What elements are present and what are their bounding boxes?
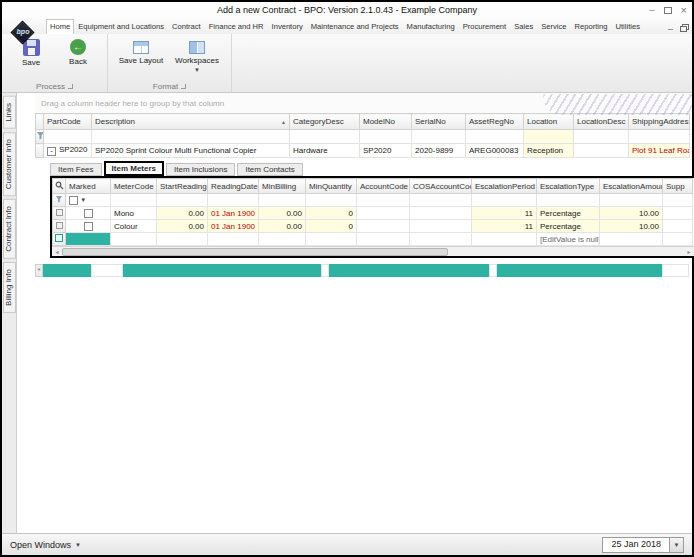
ribbon-tab-service[interactable]: Service	[537, 19, 570, 34]
cell-cosaccountcode-new[interactable]	[410, 233, 472, 246]
scrollbar-thumb[interactable]	[62, 248, 448, 256]
grid-data-row[interactable]: -SP2020 SP2020 Sprint Colour Multi Funct…	[36, 144, 690, 158]
cell-minquantity[interactable]: 0	[306, 207, 357, 220]
detail-row-mono[interactable]: Mono 0.00 01 Jan 1900 0.00 0 11 Percenta…	[53, 207, 693, 220]
cell-metercode-new[interactable]	[111, 233, 157, 246]
scroll-left-icon[interactable]: ◄	[52, 249, 62, 255]
column-header-location[interactable]: Location	[524, 114, 574, 130]
open-windows-button[interactable]: Open Windows ▼	[10, 540, 81, 550]
cell-serialno[interactable]: 2020-9899	[412, 144, 466, 158]
cell-categorydesc[interactable]: Hardware	[290, 144, 360, 158]
column-header-minbilling[interactable]: MinBilling	[259, 179, 306, 194]
cell-minbilling-new[interactable]	[259, 233, 306, 246]
detail-filter-supplier[interactable]	[663, 194, 693, 207]
ribbon-tab-reporting[interactable]: Reporting	[571, 19, 612, 34]
append-cell[interactable]	[497, 264, 662, 277]
filter-cell-location[interactable]	[524, 130, 574, 144]
column-header-startreading[interactable]: StartReading	[157, 179, 208, 194]
tab-item-meters[interactable]: Item Meters	[104, 161, 164, 176]
cell-cosaccountcode[interactable]	[410, 220, 472, 233]
cell-escalationamount-new[interactable]	[600, 233, 663, 246]
collapse-row-icon[interactable]: -	[47, 147, 56, 156]
cell-minquantity-new[interactable]	[306, 233, 357, 246]
detail-filter-escalationperiod[interactable]	[472, 194, 537, 207]
cell-supplier-new[interactable]	[663, 233, 693, 246]
cell-cosaccountcode[interactable]	[410, 207, 472, 220]
sidebar-item-customer-info[interactable]: Customer Info	[3, 132, 16, 196]
scrollbar-track[interactable]	[62, 248, 684, 256]
detail-filter-marked[interactable]: ▼	[66, 194, 111, 207]
append-cell[interactable]	[321, 264, 329, 277]
cell-startreading[interactable]: 0.00	[157, 207, 208, 220]
ribbon-tab-procurement[interactable]: Procurement	[459, 19, 510, 34]
filter-cell-shippingaddress[interactable]	[629, 130, 690, 144]
column-header-serialno[interactable]: SerialNo	[412, 114, 466, 130]
ribbon-tab-home[interactable]: Home	[46, 19, 74, 34]
column-header-modelno[interactable]: ModelNo	[360, 114, 412, 130]
cell-accountcode[interactable]	[357, 207, 410, 220]
cell-marked[interactable]	[66, 220, 111, 233]
calendar-dropdown-icon[interactable]: ▼	[669, 538, 683, 552]
tab-item-contacts[interactable]: Item Contacts	[237, 163, 302, 176]
ribbon-tab-sales[interactable]: Sales	[510, 19, 537, 34]
sidebar-item-links[interactable]: Links	[3, 96, 16, 129]
filter-cell-assetregno[interactable]	[466, 130, 524, 144]
mdi-restore-icon[interactable]	[680, 26, 687, 32]
column-header-cosaccountcode[interactable]: COSAccountCode	[410, 179, 472, 194]
cell-minbilling[interactable]: 0.00	[259, 207, 306, 220]
cell-escalationperiod[interactable]: 11	[472, 207, 537, 220]
scroll-right-icon[interactable]: ►	[684, 249, 694, 255]
cell-startreading-new[interactable]	[157, 233, 208, 246]
column-header-marked[interactable]: Marked	[66, 179, 111, 194]
back-button[interactable]: ← Back	[56, 37, 100, 66]
filter-cell-modelno[interactable]	[360, 130, 412, 144]
cell-escalationtype[interactable]: Percentage	[537, 220, 600, 233]
filter-cell-partcode[interactable]	[44, 130, 92, 144]
filter-cell-description[interactable]	[92, 130, 290, 144]
filter-cell-categorydesc[interactable]	[290, 130, 360, 144]
checkbox-unchecked-icon[interactable]	[84, 222, 93, 231]
append-cell[interactable]	[123, 264, 321, 277]
save-layout-button[interactable]: Save Layout	[115, 37, 167, 65]
mdi-minimize-icon[interactable]: –	[668, 24, 673, 34]
append-cell[interactable]	[43, 264, 91, 277]
cell-escalationtype[interactable]: Percentage	[537, 207, 600, 220]
cell-assetregno[interactable]: AREG000083	[466, 144, 524, 158]
ribbon-tab-equipment-and-locations[interactable]: Equipment and Locations	[74, 19, 168, 34]
detail-filter-startreading[interactable]	[157, 194, 208, 207]
expand-detail-icon[interactable]	[56, 222, 63, 229]
detail-filter-minbilling[interactable]	[259, 194, 306, 207]
cell-location[interactable]: Reception	[524, 144, 574, 158]
grid-append-row[interactable]: *	[35, 264, 689, 277]
date-value[interactable]: 25 Jan 2018	[603, 538, 669, 552]
detail-row-colour[interactable]: Colour 0.00 01 Jan 1900 0.00 0 11 Percen…	[53, 220, 693, 233]
column-header-minquantity[interactable]: MinQuantity	[306, 179, 357, 194]
detail-filter-escalationtype[interactable]	[537, 194, 600, 207]
workspaces-button[interactable]: Workspaces ▼	[170, 37, 224, 73]
cell-escalationamount[interactable]: 10.00	[600, 220, 663, 233]
cell-metercode[interactable]: Mono	[111, 207, 157, 220]
cell-readingdate[interactable]: 01 Jan 1900	[208, 220, 259, 233]
append-cell[interactable]	[489, 264, 497, 277]
tab-item-inclusions[interactable]: Item Inclusions	[166, 163, 235, 176]
ribbon-tab-inventory[interactable]: Inventory	[268, 19, 307, 34]
detail-filter-metercode[interactable]	[111, 194, 157, 207]
date-editor[interactable]: 25 Jan 2018 ▼	[602, 537, 684, 553]
detail-filter-readingdate[interactable]	[208, 194, 259, 207]
append-cell[interactable]	[91, 264, 123, 277]
minimize-icon[interactable]: –	[650, 6, 655, 15]
sidebar-item-billing-info[interactable]: Billing Info	[3, 262, 16, 313]
dialog-launcher-icon[interactable]	[181, 84, 186, 89]
checkbox-filter-icon[interactable]	[69, 196, 78, 205]
column-header-escalationamount[interactable]: EscalationAmount	[600, 179, 663, 194]
detail-append-row[interactable]: [EditValue is null]	[53, 233, 693, 246]
search-icon[interactable]	[55, 181, 64, 190]
cell-locationdesc[interactable]	[574, 144, 629, 158]
column-header-metercode[interactable]: MeterCode	[111, 179, 157, 194]
sidebar-item-contract-info[interactable]: Contract Info	[3, 199, 16, 259]
ribbon-tab-finance-and-hr[interactable]: Finance and HR	[205, 19, 268, 34]
expand-detail-icon[interactable]	[56, 209, 63, 216]
cell-startreading[interactable]: 0.00	[157, 220, 208, 233]
cell-escalationamount[interactable]: 10.00	[600, 207, 663, 220]
cell-escalationtype-new[interactable]: [EditValue is null]	[537, 233, 600, 246]
